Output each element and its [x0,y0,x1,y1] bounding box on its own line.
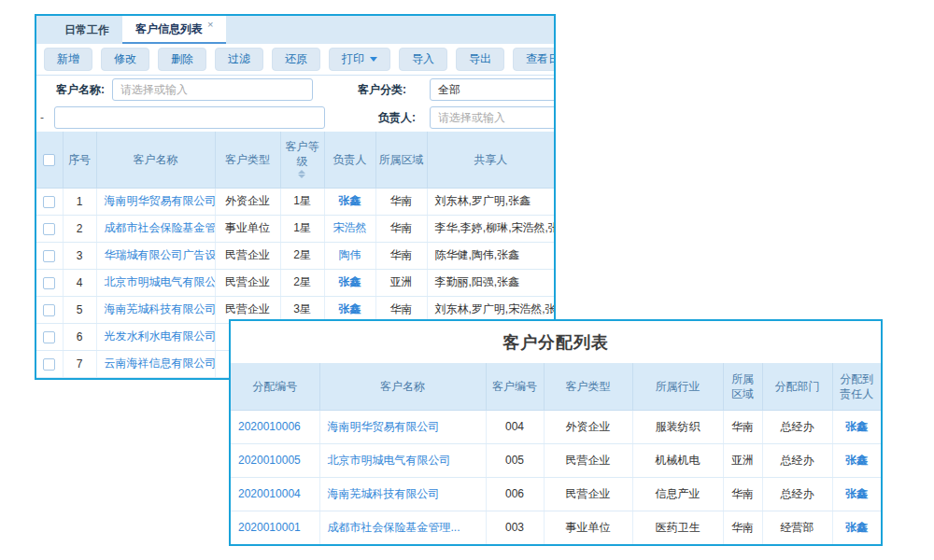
table-row[interactable]: 3 华瑞城有限公司广告设计部 民营企业 2星 陶伟 华南 陈华健,陶伟,张鑫 [36,242,554,269]
tab-daily-work[interactable]: 日常工作 [51,16,122,44]
assignee-link[interactable]: 张鑫 [845,454,868,467]
restore-button[interactable]: 还原 [272,48,320,71]
customer-name-link[interactable]: 成都市社会保险基金管理... [328,521,460,534]
import-button[interactable]: 导入 [399,48,447,71]
tab-customer-info-list[interactable]: 客户信息列表 × [122,16,226,44]
owner-link[interactable]: 宋浩然 [333,221,367,234]
header-customer-type: 客户类型 [544,363,632,410]
customer-name-link[interactable]: 北京市明城电气有限公司 [328,454,451,467]
row-checkbox[interactable] [43,196,55,208]
customer-name-link[interactable]: 海南明华贸易有限公司 [328,420,440,433]
desktop: 日常工作 客户信息列表 × 新增 修改 删除 过滤 还原 打印 导入 导出 查看… [0,0,934,560]
header-customer-no: 客户编号 [486,363,544,410]
header-region: 所属区域 [723,363,762,410]
assignee-link[interactable]: 张鑫 [845,521,868,534]
alloc-no-link[interactable]: 2020010006 [238,420,301,433]
export-button[interactable]: 导出 [456,48,504,71]
header-customer-name: 客户名称 [96,132,215,188]
allocation-table: 分配编号 客户名称 客户编号 客户类型 所属行业 所属区域 分配部门 分配到责任… [231,363,881,545]
sort-icon[interactable] [298,170,306,178]
customer-name-link[interactable]: 海南芜城科技有限公司 [105,302,216,315]
row-checkbox[interactable] [43,277,55,289]
customer-name-link[interactable]: 华瑞城有限公司广告设计部 [105,248,216,261]
assignee-link[interactable]: 张鑫 [845,420,868,433]
customer-name-link[interactable]: 海南明华贸易有限公司 [105,194,216,207]
tab-customer-info-label: 客户信息列表 [135,21,203,37]
header-checkbox-cell [36,132,63,188]
view-log-button[interactable]: 查看日志 [513,48,556,71]
customer-name-link[interactable]: 成都市社会保险基金管理... [105,221,216,234]
alloc-no-link[interactable]: 2020010001 [238,521,301,534]
customer-allocation-panel: 客户分配列表 分配编号 客户名称 客户编号 客户类型 所属行业 所属区域 分配部… [229,319,883,546]
owner-link[interactable]: 张鑫 [339,302,361,315]
table-row[interactable]: 2 成都市社会保险基金管理... 事业单位 1星 宋浩然 华南 李华,李婷,柳琳… [36,215,554,242]
customer-name-link[interactable]: 海南芜城科技有限公司 [328,487,440,500]
row-checkbox[interactable] [43,250,55,262]
header-customer-level: 客户等级 [280,132,324,188]
header-customer-name: 客户名称 [319,363,486,410]
customer-name-link[interactable]: 云南海祥信息有限公司 [105,357,216,370]
header-alloc-dept: 分配部门 [762,363,832,410]
caret-down-icon [370,57,377,62]
table-row[interactable]: 2020010005 北京市明城电气有限公司 005 民营企业 机械机电 亚洲 … [231,443,881,477]
table-row[interactable]: 2020010001 成都市社会保险基金管理... 003 事业单位 医药卫生 … [231,511,881,544]
table-row[interactable]: 2020010004 海南芜城科技有限公司 006 民营企业 信息产业 华南 总… [231,477,881,511]
print-button[interactable]: 打印 [329,48,390,71]
owner-label: 负责人: [378,110,416,126]
close-icon[interactable]: × [207,19,213,30]
filter-row-2: - 负责人: [36,104,554,132]
header-seq: 序号 [63,132,96,188]
row-checkbox[interactable] [43,358,55,371]
header-customer-type: 客户类型 [215,132,280,188]
customer-name-link[interactable]: 北京市明城电气有限公司 [105,275,216,288]
filter-area: 客户名称: 客户分类: 全部 - 负责人: [36,76,554,132]
table-row[interactable]: 2020010006 海南明华贸易有限公司 004 外资企业 服装纺织 华南 总… [231,410,881,443]
date-range-dash: - [40,111,44,124]
add-button[interactable]: 新增 [44,48,92,71]
edit-button[interactable]: 修改 [101,48,149,71]
allocation-panel-title: 客户分配列表 [231,321,881,363]
customer-name-input[interactable] [112,78,313,101]
row-checkbox[interactable] [43,304,55,316]
customer-name-label: 客户名称: [56,82,105,98]
owner-link[interactable]: 张鑫 [339,194,361,207]
alloc-no-link[interactable]: 2020010004 [238,487,301,500]
table-row[interactable]: 4 北京市明城电气有限公司 民营企业 2星 张鑫 亚洲 李勤丽,阳强,张鑫 [36,269,554,296]
customer-category-label: 客户分类: [358,82,406,98]
table-row[interactable]: 1 海南明华贸易有限公司 外资企业 1星 张鑫 华南 刘东林,罗广明,张鑫 [36,188,554,215]
allocation-table-header-row: 分配编号 客户名称 客户编号 客户类型 所属行业 所属区域 分配部门 分配到责任… [231,363,881,410]
owner-link[interactable]: 张鑫 [339,275,361,288]
row-checkbox[interactable] [43,223,55,235]
header-assignee: 分配到责任人 [832,363,881,410]
owner-input[interactable] [430,106,556,129]
header-industry: 所属行业 [632,363,723,410]
customer-name-link[interactable]: 光发水利水电有限公司 [105,329,216,343]
header-alloc-no: 分配编号 [231,363,319,410]
tab-daily-work-label: 日常工作 [64,22,109,38]
toolbar: 新增 修改 删除 过滤 还原 打印 导入 导出 查看日志 [36,44,554,76]
assignee-link[interactable]: 张鑫 [845,487,868,500]
date-input[interactable] [54,106,325,129]
row-checkbox[interactable] [43,331,55,343]
owner-link[interactable]: 陶伟 [339,248,361,261]
select-all-checkbox[interactable] [43,154,55,166]
tab-bar: 日常工作 客户信息列表 × [36,16,554,44]
filter-row-1: 客户名称: 客户分类: 全部 [36,76,554,104]
header-region: 所属区域 [375,132,427,188]
delete-button[interactable]: 删除 [158,48,206,71]
alloc-no-link[interactable]: 2020010005 [238,454,301,467]
customer-category-select[interactable]: 全部 [430,78,556,101]
customer-table-header-row: 序号 客户名称 客户类型 客户等级 负责人 所属区域 共享人 [36,132,554,188]
header-owner: 负责人 [324,132,375,188]
header-shared: 共享人 [427,132,554,188]
filter-button[interactable]: 过滤 [215,48,263,71]
